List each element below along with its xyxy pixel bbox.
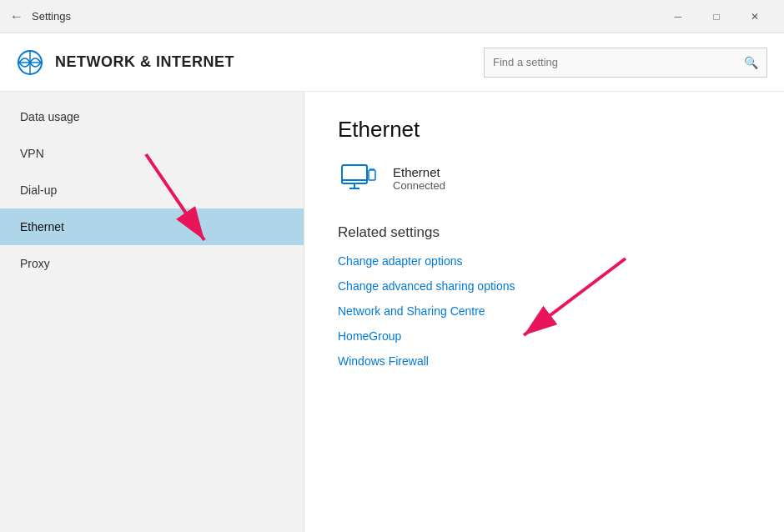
titlebar: ← Settings ─ □ ✕ (0, 0, 784, 33)
titlebar-title: Settings (32, 10, 71, 23)
header-title: NETWORK & INTERNET (55, 53, 234, 71)
link-homegroup[interactable]: HomeGroup (338, 329, 751, 343)
sidebar-item-ethernet[interactable]: Ethernet (0, 208, 304, 245)
header-left: NETWORK & INTERNET (17, 49, 234, 76)
sidebar-item-proxy[interactable]: Proxy (0, 245, 304, 282)
ethernet-info: Ethernet Connected (393, 165, 445, 192)
sidebar-item-label: Dial-up (20, 183, 57, 197)
link-windows-firewall[interactable]: Windows Firewall (338, 354, 751, 368)
sidebar-item-label: Ethernet (20, 220, 64, 233)
svg-rect-7 (369, 170, 375, 180)
network-icon (17, 49, 43, 76)
related-settings-title: Related settings (338, 224, 751, 241)
search-box[interactable]: 🔍 (484, 48, 767, 78)
search-icon: 🔍 (744, 56, 758, 69)
sidebar-item-vpn[interactable]: VPN (0, 135, 304, 172)
link-network-sharing[interactable]: Network and Sharing Centre (338, 304, 751, 318)
header: NETWORK & INTERNET 🔍 (0, 33, 784, 92)
maximize-button[interactable]: □ (697, 0, 736, 33)
link-change-advanced[interactable]: Change advanced sharing options (338, 279, 751, 293)
sidebar-item-label: Proxy (20, 257, 50, 270)
minimize-button[interactable]: ─ (659, 0, 697, 33)
titlebar-controls: ─ □ ✕ (659, 0, 774, 33)
main-layout: Data usage VPN Dial-up Ethernet Proxy Et… (0, 92, 784, 532)
link-change-adapter[interactable]: Change adapter options (338, 254, 751, 268)
ethernet-status-block: Ethernet Connected (338, 163, 751, 194)
search-input[interactable] (493, 56, 744, 68)
content-area: Ethernet Ethernet Connec (304, 92, 784, 532)
ethernet-name: Ethernet (393, 165, 445, 179)
close-button[interactable]: ✕ (736, 0, 774, 33)
ethernet-icon (338, 163, 378, 194)
sidebar-item-label: Data usage (20, 110, 80, 123)
back-button[interactable]: ← (10, 9, 23, 24)
sidebar-item-label: VPN (20, 147, 44, 160)
sidebar-item-dial-up[interactable]: Dial-up (0, 172, 304, 208)
titlebar-left: ← Settings (10, 9, 71, 24)
page-title: Ethernet (338, 117, 751, 143)
ethernet-status: Connected (393, 179, 445, 192)
sidebar: Data usage VPN Dial-up Ethernet Proxy (0, 92, 304, 532)
related-settings-section: Related settings Change adapter options … (338, 224, 751, 368)
related-links-list: Change adapter options Change advanced s… (338, 254, 751, 368)
sidebar-item-data-usage[interactable]: Data usage (0, 98, 304, 135)
